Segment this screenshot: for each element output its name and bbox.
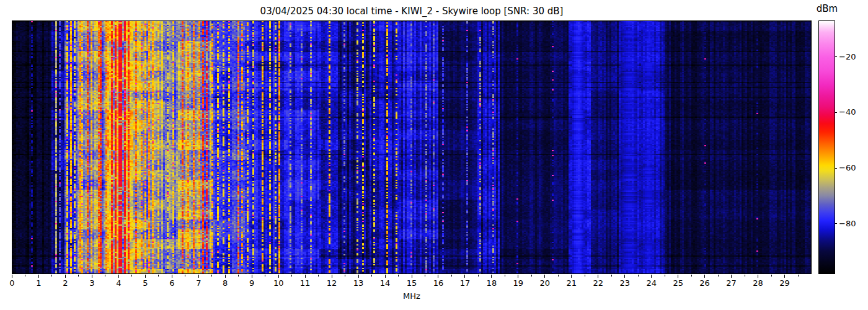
x-minor-tick <box>451 275 452 277</box>
x-tick-label: 28 <box>745 278 772 288</box>
x-tick-label: 20 <box>531 278 559 288</box>
x-major-tick <box>678 275 678 278</box>
x-major-tick <box>624 275 625 278</box>
x-major-tick <box>65 275 66 278</box>
colorbar-tick-label: −40 <box>839 108 856 117</box>
colorbar-tick <box>835 168 837 169</box>
x-minor-tick <box>291 275 292 277</box>
x-major-tick <box>305 275 306 278</box>
x-minor-tick <box>558 275 559 277</box>
x-major-tick <box>544 275 545 278</box>
colorbar-tick-label: −60 <box>839 163 856 172</box>
x-minor-tick <box>185 275 185 277</box>
x-major-tick <box>731 275 732 278</box>
waterfall-canvas <box>12 21 811 273</box>
x-tick-label: 21 <box>558 278 585 288</box>
x-major-tick <box>491 275 492 278</box>
x-tick-label: 8 <box>211 278 239 288</box>
x-tick-label: 12 <box>318 278 345 288</box>
x-minor-tick <box>691 275 692 277</box>
x-minor-tick <box>345 275 345 277</box>
x-tick-label: 9 <box>238 278 265 288</box>
colorbar-tick-label: −20 <box>839 52 856 61</box>
x-minor-tick <box>78 275 79 277</box>
x-major-tick <box>252 275 252 278</box>
x-major-tick <box>145 275 146 278</box>
x-minor-tick <box>425 275 425 277</box>
x-tick-label: 5 <box>131 278 159 288</box>
x-tick-label: 29 <box>771 278 799 288</box>
colorbar-tick <box>835 112 837 113</box>
x-tick-label: 14 <box>371 278 399 288</box>
chart-title: 03/04/2025 04:30 local time - KIWI_2 - S… <box>260 6 564 17</box>
x-tick-label: 17 <box>451 278 479 288</box>
x-tick-label: 24 <box>638 278 665 288</box>
x-major-tick <box>758 275 758 278</box>
x-major-tick <box>12 275 12 278</box>
x-major-tick <box>278 275 279 278</box>
colorbar-tick <box>835 223 837 224</box>
x-tick-label: 4 <box>105 278 132 288</box>
x-tick-label: 13 <box>345 278 372 288</box>
x-major-tick <box>385 275 386 278</box>
x-tick-label: 27 <box>718 278 745 288</box>
x-minor-tick <box>105 275 105 277</box>
x-tick-label: 0 <box>0 278 26 288</box>
x-tick-label: 2 <box>51 278 79 288</box>
x-tick-label: 1 <box>25 278 52 288</box>
plot-area <box>12 20 812 274</box>
x-major-tick <box>571 275 572 278</box>
x-tick-label: 23 <box>611 278 639 288</box>
x-minor-tick <box>131 275 132 277</box>
x-tick-label: 7 <box>185 278 212 288</box>
x-minor-tick <box>718 275 719 277</box>
x-minor-tick <box>238 275 239 277</box>
x-minor-tick <box>798 275 799 277</box>
x-tick-label: 18 <box>478 278 505 288</box>
spectrogram-figure: 03/04/2025 04:30 local time - KIWI_2 - S… <box>0 0 868 310</box>
x-minor-tick <box>51 275 52 277</box>
x-major-tick <box>38 275 39 278</box>
x-minor-tick <box>398 275 399 277</box>
x-tick-label: 19 <box>505 278 532 288</box>
x-major-tick <box>464 275 465 278</box>
x-major-tick <box>651 275 652 278</box>
colorbar-tick <box>835 56 837 57</box>
x-minor-tick <box>211 275 212 277</box>
x-major-tick <box>225 275 226 278</box>
x-tick-label: 26 <box>691 278 719 288</box>
x-tick-label: 3 <box>78 278 105 288</box>
x-minor-tick <box>371 275 372 277</box>
x-minor-tick <box>265 275 265 277</box>
x-minor-tick <box>318 275 319 277</box>
x-major-tick <box>438 275 438 278</box>
x-tick-label: 10 <box>265 278 292 288</box>
x-minor-tick <box>158 275 159 277</box>
x-minor-tick <box>771 275 772 277</box>
x-major-tick <box>198 275 199 278</box>
x-major-tick <box>784 275 785 278</box>
x-major-tick <box>412 275 412 278</box>
x-axis-label: MHz <box>403 291 420 301</box>
x-major-tick <box>358 275 359 278</box>
x-minor-tick <box>638 275 639 277</box>
x-major-tick <box>118 275 119 278</box>
colorbar-unit-label: dBm <box>817 3 838 14</box>
x-major-tick <box>92 275 92 278</box>
colorbar-tick-label: −80 <box>839 219 856 228</box>
x-minor-tick <box>25 275 25 277</box>
x-minor-tick <box>611 275 612 277</box>
colorbar <box>818 20 835 274</box>
x-tick-label: 6 <box>158 278 185 288</box>
x-tick-label: 25 <box>665 278 692 288</box>
x-minor-tick <box>531 275 532 277</box>
x-tick-label: 22 <box>585 278 612 288</box>
x-minor-tick <box>505 275 505 277</box>
x-major-tick <box>704 275 705 278</box>
x-tick-label: 15 <box>398 278 425 288</box>
x-major-tick <box>332 275 332 278</box>
x-tick-label: 16 <box>425 278 452 288</box>
x-minor-tick <box>478 275 479 277</box>
x-tick-label: 11 <box>291 278 319 288</box>
x-major-tick <box>598 275 598 278</box>
